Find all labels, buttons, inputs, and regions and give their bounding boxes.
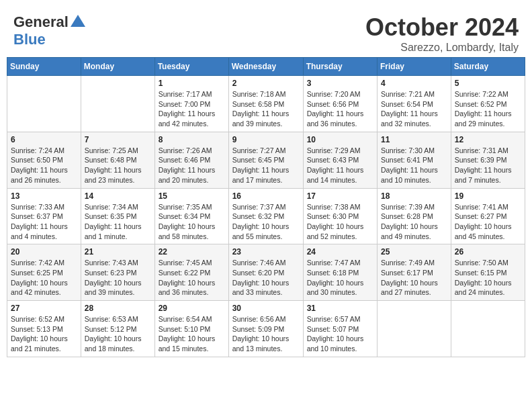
- day-number: 5: [455, 79, 521, 88]
- day-info: Sunrise: 7:33 AMSunset: 6:37 PMDaylight:…: [11, 202, 77, 242]
- day-info: Sunrise: 7:38 AMSunset: 6:30 PMDaylight:…: [307, 202, 373, 242]
- day-number: 23: [232, 247, 300, 257]
- calendar-cell: 14Sunrise: 7:34 AMSunset: 6:35 PMDayligh…: [81, 188, 154, 244]
- day-header-friday: Friday: [378, 58, 451, 76]
- calendar-cell: [378, 301, 451, 357]
- day-number: 11: [381, 135, 447, 144]
- calendar-cell: [81, 76, 154, 132]
- day-info: Sunrise: 7:39 AMSunset: 6:28 PMDaylight:…: [381, 202, 447, 242]
- calendar-cell: 23Sunrise: 7:46 AMSunset: 6:20 PMDayligh…: [228, 244, 303, 301]
- calendar: SundayMondayTuesdayWednesdayThursdayFrid…: [7, 57, 525, 357]
- day-number: 13: [11, 191, 77, 201]
- logo-triangle-icon: [71, 15, 85, 27]
- day-header-monday: Monday: [81, 58, 154, 76]
- day-number: 15: [159, 191, 225, 201]
- day-number: 30: [232, 304, 300, 313]
- day-info: Sunrise: 7:26 AMSunset: 6:46 PMDaylight:…: [159, 146, 225, 185]
- day-header-sunday: Sunday: [7, 58, 81, 76]
- day-info: Sunrise: 7:34 AMSunset: 6:35 PMDaylight:…: [85, 202, 151, 242]
- calendar-cell: 16Sunrise: 7:37 AMSunset: 6:32 PMDayligh…: [228, 188, 303, 244]
- day-info: Sunrise: 7:20 AMSunset: 6:56 PMDaylight:…: [307, 89, 373, 129]
- calendar-cell: 21Sunrise: 7:43 AMSunset: 6:23 PMDayligh…: [81, 244, 154, 301]
- day-number: 16: [232, 191, 300, 201]
- day-header-saturday: Saturday: [451, 58, 525, 76]
- day-info: Sunrise: 7:37 AMSunset: 6:32 PMDaylight:…: [232, 202, 300, 242]
- day-info: Sunrise: 7:21 AMSunset: 6:54 PMDaylight:…: [381, 89, 447, 129]
- title-section: October 2024 Sarezzo, Lombardy, Italy: [365, 13, 519, 54]
- month-title: October 2024: [365, 13, 519, 42]
- day-info: Sunrise: 7:24 AMSunset: 6:50 PMDaylight:…: [11, 146, 77, 185]
- day-info: Sunrise: 7:50 AMSunset: 6:15 PMDaylight:…: [455, 258, 521, 298]
- day-info: Sunrise: 7:46 AMSunset: 6:20 PMDaylight:…: [232, 258, 300, 298]
- day-info: Sunrise: 6:53 AMSunset: 5:12 PMDaylight:…: [85, 314, 151, 354]
- day-info: Sunrise: 6:56 AMSunset: 5:09 PMDaylight:…: [232, 314, 300, 354]
- day-number: 27: [11, 304, 77, 313]
- calendar-cell: 12Sunrise: 7:31 AMSunset: 6:39 PMDayligh…: [451, 132, 525, 188]
- calendar-cell: 29Sunrise: 6:54 AMSunset: 5:10 PMDayligh…: [154, 301, 228, 357]
- day-info: Sunrise: 6:54 AMSunset: 5:10 PMDaylight:…: [159, 314, 225, 354]
- calendar-cell: 15Sunrise: 7:35 AMSunset: 6:34 PMDayligh…: [154, 188, 228, 244]
- calendar-cell: [7, 76, 81, 132]
- day-info: Sunrise: 7:22 AMSunset: 6:52 PMDaylight:…: [455, 89, 521, 129]
- calendar-cell: 31Sunrise: 6:57 AMSunset: 5:07 PMDayligh…: [303, 301, 377, 357]
- day-number: 25: [381, 247, 447, 257]
- day-info: Sunrise: 6:52 AMSunset: 5:13 PMDaylight:…: [11, 314, 77, 354]
- day-number: 6: [11, 135, 77, 144]
- calendar-cell: 17Sunrise: 7:38 AMSunset: 6:30 PMDayligh…: [303, 188, 377, 244]
- day-info: Sunrise: 7:42 AMSunset: 6:25 PMDaylight:…: [11, 258, 77, 298]
- calendar-cell: 22Sunrise: 7:45 AMSunset: 6:22 PMDayligh…: [154, 244, 228, 301]
- day-info: Sunrise: 7:17 AMSunset: 7:00 PMDaylight:…: [159, 89, 225, 129]
- day-number: 21: [85, 247, 151, 257]
- day-header-thursday: Thursday: [303, 58, 377, 76]
- calendar-cell: 30Sunrise: 6:56 AMSunset: 5:09 PMDayligh…: [228, 301, 303, 357]
- calendar-cell: 24Sunrise: 7:47 AMSunset: 6:18 PMDayligh…: [303, 244, 377, 301]
- calendar-cell: 2Sunrise: 7:18 AMSunset: 6:58 PMDaylight…: [228, 76, 303, 132]
- calendar-cell: 1Sunrise: 7:17 AMSunset: 7:00 PMDaylight…: [154, 76, 228, 132]
- day-number: 2: [232, 79, 300, 88]
- day-number: 20: [11, 247, 77, 257]
- day-info: Sunrise: 7:41 AMSunset: 6:27 PMDaylight:…: [455, 202, 521, 242]
- day-number: 19: [455, 191, 521, 201]
- day-info: Sunrise: 7:47 AMSunset: 6:18 PMDaylight:…: [307, 258, 373, 298]
- day-info: Sunrise: 7:29 AMSunset: 6:43 PMDaylight:…: [307, 146, 373, 185]
- day-number: 24: [307, 247, 373, 257]
- day-info: Sunrise: 7:27 AMSunset: 6:45 PMDaylight:…: [232, 146, 300, 185]
- day-number: 8: [159, 135, 225, 144]
- calendar-cell: [451, 301, 525, 357]
- day-info: Sunrise: 7:43 AMSunset: 6:23 PMDaylight:…: [85, 258, 151, 298]
- day-number: 7: [85, 135, 151, 144]
- day-number: 14: [85, 191, 151, 201]
- svg-marker-0: [71, 15, 85, 27]
- calendar-cell: 4Sunrise: 7:21 AMSunset: 6:54 PMDaylight…: [378, 76, 451, 132]
- location: Sarezzo, Lombardy, Italy: [365, 42, 519, 54]
- day-info: Sunrise: 7:45 AMSunset: 6:22 PMDaylight:…: [159, 258, 225, 298]
- calendar-cell: 20Sunrise: 7:42 AMSunset: 6:25 PMDayligh…: [7, 244, 81, 301]
- day-number: 29: [159, 304, 225, 313]
- logo-general: General: [13, 13, 69, 31]
- day-number: 18: [381, 191, 447, 201]
- day-info: Sunrise: 7:30 AMSunset: 6:41 PMDaylight:…: [381, 146, 447, 185]
- calendar-cell: 13Sunrise: 7:33 AMSunset: 6:37 PMDayligh…: [7, 188, 81, 244]
- day-header-wednesday: Wednesday: [228, 58, 303, 76]
- day-number: 28: [85, 304, 151, 313]
- day-info: Sunrise: 7:35 AMSunset: 6:34 PMDaylight:…: [159, 202, 225, 242]
- calendar-cell: 26Sunrise: 7:50 AMSunset: 6:15 PMDayligh…: [451, 244, 525, 301]
- day-number: 3: [307, 79, 373, 88]
- calendar-cell: 10Sunrise: 7:29 AMSunset: 6:43 PMDayligh…: [303, 132, 377, 188]
- day-number: 4: [381, 79, 447, 88]
- day-header-tuesday: Tuesday: [154, 58, 228, 76]
- day-info: Sunrise: 7:49 AMSunset: 6:17 PMDaylight:…: [381, 258, 447, 298]
- day-number: 1: [159, 79, 225, 88]
- page-header: General Blue October 2024 Sarezzo, Lomba…: [7, 7, 525, 57]
- calendar-cell: 27Sunrise: 6:52 AMSunset: 5:13 PMDayligh…: [7, 301, 81, 357]
- logo-blue: Blue: [13, 31, 46, 48]
- calendar-cell: 8Sunrise: 7:26 AMSunset: 6:46 PMDaylight…: [154, 132, 228, 188]
- calendar-cell: 3Sunrise: 7:20 AMSunset: 6:56 PMDaylight…: [303, 76, 377, 132]
- day-info: Sunrise: 7:25 AMSunset: 6:48 PMDaylight:…: [85, 146, 151, 185]
- calendar-cell: 18Sunrise: 7:39 AMSunset: 6:28 PMDayligh…: [378, 188, 451, 244]
- day-number: 12: [455, 135, 521, 144]
- calendar-cell: 28Sunrise: 6:53 AMSunset: 5:12 PMDayligh…: [81, 301, 154, 357]
- calendar-cell: 5Sunrise: 7:22 AMSunset: 6:52 PMDaylight…: [451, 76, 525, 132]
- logo: General Blue: [13, 13, 85, 48]
- day-number: 10: [307, 135, 373, 144]
